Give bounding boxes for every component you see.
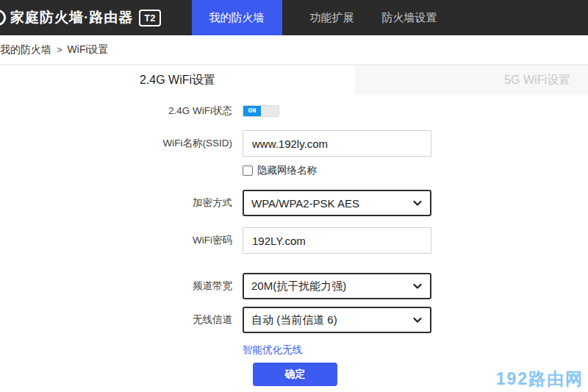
hide-network-option[interactable]: 隐藏网络名称	[243, 164, 317, 177]
brand: 家庭防火墙·路由器 T2	[0, 8, 161, 27]
tab-24g-wifi[interactable]: 2.4G WiFi设置	[0, 65, 355, 95]
bandwidth-row: 频道带宽 20M(抗干扰能力强)	[0, 273, 588, 299]
confirm-button[interactable]: 确定	[253, 363, 337, 386]
ssid-row: WiFi名称(SSID)	[0, 130, 588, 157]
top-bar: 家庭防火墙·路由器 T2 我的防火墙 功能扩展 防火墙设置	[0, 0, 588, 35]
channel-label: 无线信道	[0, 313, 243, 327]
model-badge: T2	[139, 10, 160, 26]
ssid-input[interactable]	[243, 130, 431, 157]
nav-item-my-firewall[interactable]: 我的防火墙	[192, 0, 282, 35]
password-label: WiFi密码	[0, 234, 243, 247]
brand-title: 家庭防火墙·路由器	[10, 8, 133, 27]
password-row: WiFi密码	[0, 227, 588, 254]
bandwidth-label: 频道带宽	[0, 279, 243, 293]
breadcrumb-item-wifi-settings[interactable]: WiFi设置	[68, 43, 109, 57]
top-nav: 我的防火墙 功能扩展 防火墙设置	[192, 0, 437, 35]
wifi-status-toggle[interactable]: ON	[243, 105, 279, 117]
toggle-knob	[261, 106, 279, 116]
hide-network-label: 隐藏网络名称	[257, 164, 317, 177]
wifi-status-label: 2.4G WiFi状态	[0, 104, 243, 118]
channel-row: 无线信道 自动 (当前信道 6)	[0, 307, 588, 333]
nav-item-extensions[interactable]: 功能扩展	[310, 11, 354, 25]
band-tabs: 2.4G WiFi设置 5G WiFi设置	[0, 65, 588, 95]
breadcrumb-item-my-firewall[interactable]: 我的防火墙	[0, 43, 51, 57]
wifi-status-row: 2.4G WiFi状态 ON	[0, 104, 588, 118]
chevron-down-icon	[412, 315, 423, 325]
ssid-label: WiFi名称(SSID)	[0, 137, 243, 150]
bandwidth-value: 20M(抗干扰能力强)	[251, 279, 412, 293]
bandwidth-select[interactable]: 20M(抗干扰能力强)	[243, 273, 431, 299]
wifi-password-input[interactable]	[243, 227, 431, 254]
encryption-select[interactable]: WPA/WPA2-PSK AES	[243, 190, 431, 216]
chevron-down-icon	[412, 281, 423, 291]
confirm-row: 确定	[0, 363, 588, 386]
breadcrumb-separator: >	[57, 44, 62, 55]
nav-item-firewall-settings[interactable]: 防火墙设置	[382, 11, 437, 25]
tab-5g-wifi[interactable]: 5G WiFi设置	[355, 65, 588, 95]
encryption-label: 加密方式	[0, 196, 243, 210]
encryption-row: 加密方式 WPA/WPA2-PSK AES	[0, 190, 588, 216]
brand-logo-icon	[0, 10, 6, 26]
encryption-value: WPA/WPA2-PSK AES	[251, 197, 412, 210]
wifi-settings-form: 2.4G WiFi状态 ON WiFi名称(SSID) 隐藏网络名称 加密方式 …	[0, 95, 588, 386]
breadcrumb: 我的防火墙 > WiFi设置	[0, 35, 588, 65]
channel-value: 自动 (当前信道 6)	[251, 313, 412, 327]
channel-select[interactable]: 自动 (当前信道 6)	[243, 307, 431, 333]
hide-network-checkbox[interactable]	[243, 165, 253, 176]
toggle-on-label: ON	[243, 106, 261, 116]
smart-optimize-link[interactable]: 智能优化无线	[243, 344, 302, 355]
optimize-link-row: 智能优化无线	[0, 343, 588, 356]
chevron-down-icon	[412, 198, 423, 208]
hide-network-row: 隐藏网络名称	[0, 164, 588, 177]
